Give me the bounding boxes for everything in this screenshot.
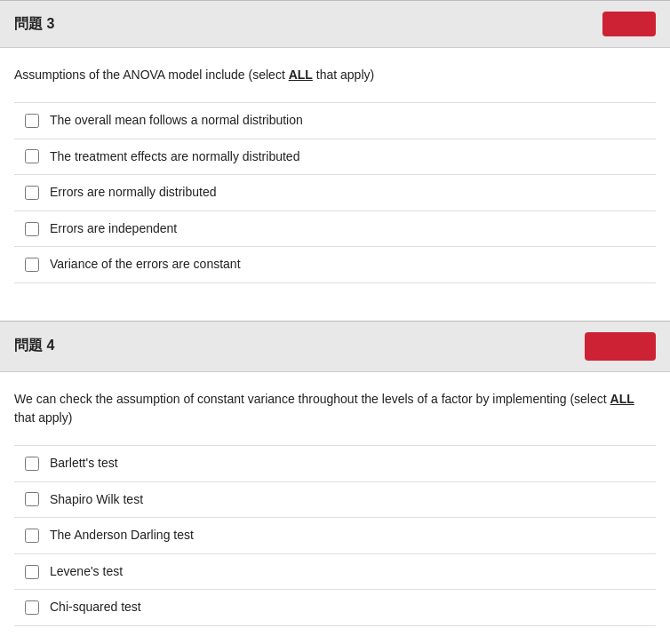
- question-4-header: 問題 4: [0, 322, 670, 372]
- question-4-flag-button[interactable]: [585, 332, 656, 361]
- question-3-header: 問題 3: [0, 1, 670, 48]
- q4-option-5[interactable]: Chi-squared test: [14, 590, 656, 626]
- q4-label-4[interactable]: Levene's test: [50, 563, 123, 581]
- question-4-all: ALL: [610, 392, 634, 406]
- q3-option-3[interactable]: Errors are normally distributed: [14, 175, 656, 211]
- question-4-block: 問題 4 We can check the assumption of cons…: [0, 321, 670, 635]
- q3-option-4[interactable]: Errors are independent: [14, 211, 656, 248]
- flag-icon-q4: [597, 338, 643, 354]
- question-3-title: 問題 3: [14, 15, 54, 34]
- q4-option-2[interactable]: Shapiro Wilk test: [14, 482, 656, 519]
- q3-label-4[interactable]: Errors are independent: [50, 220, 177, 238]
- q4-checkbox-2[interactable]: [25, 492, 39, 506]
- question-4-text: We can check the assumption of constant …: [14, 390, 656, 427]
- q4-label-1[interactable]: Barlett's test: [50, 455, 118, 473]
- q3-label-2[interactable]: The treatment effects are normally distr…: [50, 148, 299, 166]
- q4-label-5[interactable]: Chi-squared test: [50, 599, 141, 616]
- q3-option-1[interactable]: The overall mean follows a normal distri…: [14, 102, 656, 139]
- q3-option-5[interactable]: Variance of the errors are constant: [14, 247, 656, 283]
- q4-checkbox-4[interactable]: [25, 565, 39, 579]
- flag-icon: [613, 18, 645, 30]
- q3-label-3[interactable]: Errors are normally distributed: [50, 184, 217, 202]
- question-3-text: Assumptions of the ANOVA model include (…: [14, 66, 656, 84]
- q4-checkbox-3[interactable]: [25, 529, 39, 543]
- q4-label-3[interactable]: The Anderson Darling test: [50, 527, 194, 545]
- q4-option-4[interactable]: Levene's test: [14, 554, 656, 591]
- question-4-title: 問題 4: [14, 337, 54, 355]
- question-4-options: Barlett's test Shapiro Wilk test The And…: [14, 445, 656, 626]
- question-3-flag-button[interactable]: [602, 12, 656, 36]
- question-3-all: ALL: [289, 68, 313, 82]
- q4-option-1[interactable]: Barlett's test: [14, 445, 656, 482]
- q4-checkbox-5[interactable]: [25, 600, 39, 615]
- question-4-body: We can check the assumption of constant …: [0, 372, 670, 635]
- q3-checkbox-3[interactable]: [25, 186, 39, 200]
- q3-checkbox-5[interactable]: [25, 258, 39, 272]
- q3-checkbox-1[interactable]: [25, 114, 39, 128]
- question-3-options: The overall mean follows a normal distri…: [14, 102, 656, 283]
- question-3-block: 問題 3 Assumptions of the ANOVA model incl…: [0, 0, 670, 292]
- question-3-body: Assumptions of the ANOVA model include (…: [0, 48, 670, 292]
- svg-rect-0: [613, 18, 645, 30]
- q4-checkbox-1[interactable]: [25, 457, 39, 471]
- q3-checkbox-4[interactable]: [25, 222, 39, 236]
- q3-label-1[interactable]: The overall mean follows a normal distri…: [50, 112, 303, 130]
- q3-option-2[interactable]: The treatment effects are normally distr…: [14, 139, 656, 176]
- q4-label-2[interactable]: Shapiro Wilk test: [50, 491, 143, 509]
- section-gap: [0, 292, 670, 321]
- q4-option-3[interactable]: The Anderson Darling test: [14, 518, 656, 554]
- q3-checkbox-2[interactable]: [25, 149, 39, 163]
- q3-label-5[interactable]: Variance of the errors are constant: [50, 256, 241, 274]
